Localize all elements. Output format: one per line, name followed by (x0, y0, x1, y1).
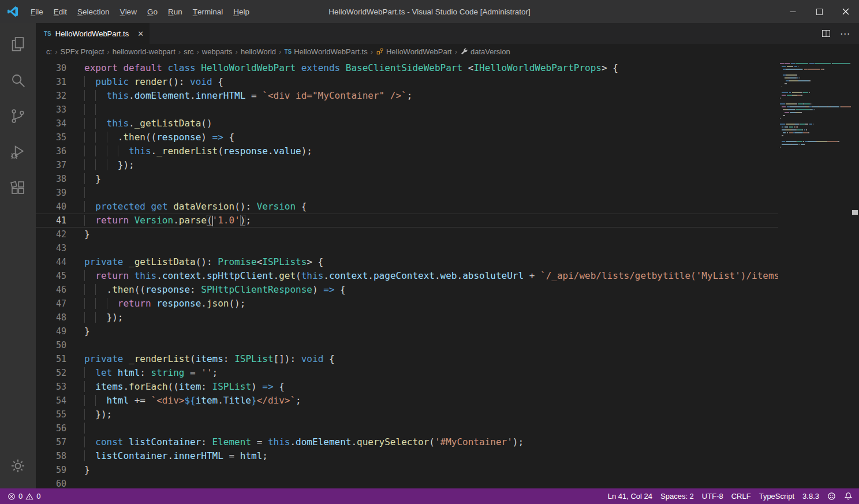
menu-go[interactable]: Go (142, 0, 163, 23)
indentation-setting[interactable]: Spaces: 2 (656, 488, 698, 504)
extensions-icon[interactable] (0, 170, 36, 206)
line-number: 58 (36, 449, 66, 463)
line-number: 60 (36, 477, 66, 488)
code-line: 36 this._renderList(response.value); (36, 144, 778, 158)
code-line: 46 .then((response: SPHttpClientResponse… (36, 283, 778, 297)
more-actions-icon[interactable]: ⋯ (840, 29, 850, 39)
chevron-right-icon: › (279, 47, 281, 56)
error-icon (8, 492, 16, 501)
cursor-position[interactable]: Ln 41, Col 24 (604, 488, 656, 504)
line-number: 32 (36, 89, 66, 103)
chevron-right-icon: › (371, 47, 373, 56)
menu-selection[interactable]: Selection (72, 0, 115, 23)
breadcrumb-item[interactable]: TSHelloWorldWebPart.ts (284, 47, 367, 56)
chevron-right-icon: › (196, 47, 199, 56)
eol-setting[interactable]: CRLF (727, 488, 755, 504)
typescript-version[interactable]: 3.8.3 (798, 488, 823, 504)
code-line: 43 (36, 241, 778, 255)
vscode-logo-icon (0, 5, 25, 18)
line-number: 39 (36, 186, 66, 200)
code-line: 53 items.forEach((item: ISPList) => { (36, 380, 778, 394)
run-debug-icon[interactable] (0, 134, 36, 170)
breadcrumb-item[interactable]: c: (46, 47, 52, 56)
line-number: 41 (36, 214, 66, 227)
code-line: 38 } (36, 172, 778, 186)
typescript-file-icon: TS (44, 31, 51, 37)
line-number: 51 (36, 352, 66, 366)
close-tab-icon[interactable]: ✕ (137, 29, 144, 38)
menu-terminal[interactable]: Terminal (188, 0, 229, 23)
warning-count: 0 (36, 492, 40, 501)
minimize-button[interactable] (779, 0, 806, 23)
split-editor-icon[interactable] (821, 29, 831, 38)
breadcrumb-item[interactable]: SPFx Project (60, 47, 104, 56)
line-number: 34 (36, 117, 66, 130)
code-line: 44private _getListData(): Promise<ISPLis… (36, 255, 778, 269)
feedback-smiley-icon[interactable] (823, 488, 840, 504)
line-number: 57 (36, 435, 66, 449)
menu-file[interactable]: File (25, 0, 48, 23)
code-line: 41 return Version.parse('1.0'); (36, 214, 778, 227)
chevron-right-icon: › (178, 47, 181, 56)
line-number: 35 (36, 130, 66, 144)
line-number: 37 (36, 158, 66, 172)
code-line: 50 (36, 338, 778, 352)
window-title: HelloWorldWebPart.ts - Visual Studio Cod… (328, 8, 531, 16)
code-line: 30export default class HelloWorldWebPart… (36, 61, 778, 75)
code-line: 49} (36, 324, 778, 338)
line-number: 44 (36, 255, 66, 269)
chevron-right-icon: › (55, 47, 57, 56)
notifications-bell-icon[interactable] (840, 488, 857, 504)
line-number: 59 (36, 463, 66, 477)
code-line: 60 (36, 477, 778, 488)
code-line: 40 protected get dataVersion(): Version … (36, 200, 778, 214)
code-line: 59} (36, 463, 778, 477)
menu-edit[interactable]: Edit (48, 0, 72, 23)
breadcrumb-item[interactable]: dataVersion (460, 47, 510, 56)
code-line: 57 const listContainer: Element = this.d… (36, 435, 778, 449)
line-number: 46 (36, 283, 66, 297)
language-mode[interactable]: TypeScript (755, 488, 798, 504)
line-number: 43 (36, 241, 66, 255)
problems-indicator[interactable]: 0 0 (3, 488, 44, 504)
explorer-icon[interactable] (0, 27, 36, 62)
close-button[interactable] (832, 0, 859, 23)
code-area[interactable]: 30export default class HelloWorldWebPart… (36, 59, 778, 488)
code-line: 52 let html: string = ''; (36, 366, 778, 380)
menu-help[interactable]: Help (228, 0, 255, 23)
breadcrumb-item[interactable]: HelloWorldWebPart (376, 47, 452, 56)
code-line: 51private _renderList(items: ISPList[]):… (36, 352, 778, 366)
menu-view[interactable]: View (115, 0, 142, 23)
tab-helloworldwebpart[interactable]: TS HelloWorldWebPart.ts ✕ (36, 23, 150, 44)
code-line: 54 html += `<div>${item.Title}</div>`; (36, 394, 778, 408)
chevron-right-icon: › (107, 47, 109, 56)
tab-bar: TS HelloWorldWebPart.ts ✕ ⋯ (36, 23, 859, 44)
activity-bar (0, 23, 36, 488)
search-icon[interactable] (0, 62, 36, 98)
breadcrumb-item[interactable]: src (184, 47, 193, 56)
editor-actions: ⋯ (821, 23, 859, 44)
encoding-setting[interactable]: UTF-8 (698, 488, 727, 504)
source-control-icon[interactable] (0, 98, 36, 134)
code-line: 45 return this.context.spHttpClient.get(… (36, 269, 778, 283)
line-number: 38 (36, 172, 66, 186)
title-bar: FileEditSelectionViewGoRunTerminalHelp H… (0, 0, 859, 23)
breadcrumb: c:›SPFx Project›helloworld-webpart›src›w… (36, 44, 859, 59)
breadcrumb-item[interactable]: webparts (202, 47, 233, 56)
vscode-window: FileEditSelectionViewGoRunTerminalHelp H… (0, 0, 859, 504)
code-line: 33 (36, 103, 778, 117)
menu-run[interactable]: Run (163, 0, 188, 23)
line-number: 33 (36, 103, 66, 117)
breadcrumb-item[interactable]: helloWorld (241, 47, 276, 56)
settings-gear-icon[interactable] (0, 448, 36, 484)
minimap[interactable] (778, 59, 851, 488)
overview-ruler[interactable] (851, 59, 859, 488)
line-number: 50 (36, 338, 66, 352)
window-controls (779, 0, 859, 23)
error-count: 0 (18, 492, 23, 501)
breadcrumb-item[interactable]: helloworld-webpart (113, 47, 175, 56)
line-number: 49 (36, 324, 66, 338)
maximize-button[interactable] (806, 0, 832, 23)
code-line: 47 return response.json(); (36, 297, 778, 311)
editor: 30export default class HelloWorldWebPart… (36, 59, 859, 488)
